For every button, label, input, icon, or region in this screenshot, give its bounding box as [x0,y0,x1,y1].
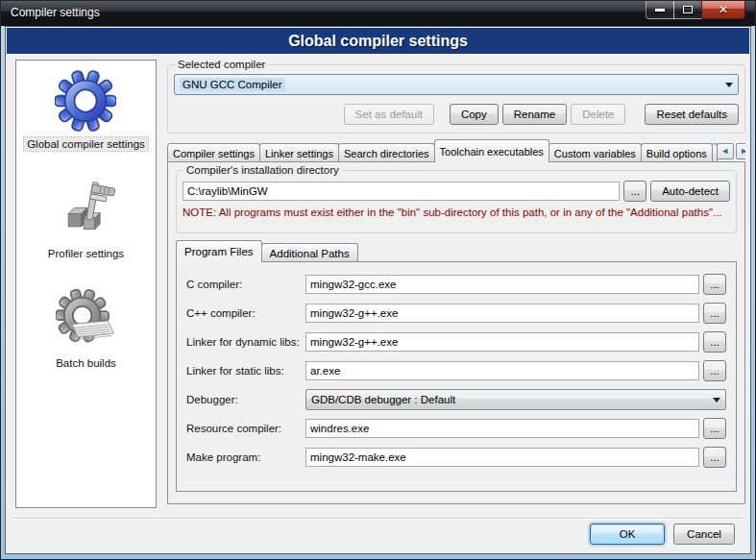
sidebar-item-profiler-settings[interactable]: Profiler settings [45,180,127,260]
debugger-label: Debugger: [186,394,305,405]
cpp-compiler-input[interactable] [305,304,699,323]
tab-scroll-left-button[interactable]: ◄ [717,143,734,159]
note-text: NOTE: All programs must exist either in … [183,207,730,218]
install-dir-group: Compiler's installation directory ... Au… [176,164,737,233]
compiler-select-value: GNU GCC Compiler [180,78,285,91]
chevron-down-icon [725,83,733,87]
footer-separator [12,518,744,520]
chevron-down-icon [713,398,720,402]
program-files-panel: C compiler:...C++ compiler:...Linker for… [176,261,737,492]
make-program-label: Make program: [186,451,305,463]
arrow-left-icon: ◄ [720,147,729,156]
set-as-default-button: Set as default [344,104,434,125]
subtabstrip: Program FilesAdditional Paths [176,240,357,262]
toolchain-row: Linker for dynamic libs:... [186,331,726,353]
install-dir-group-label: Compiler's installation directory [183,164,342,176]
reset-defaults-button[interactable]: Reset defaults [645,104,739,125]
compiler-action-buttons: Set as defaultCopyRenameDeleteReset defa… [172,104,741,125]
tab-build-options[interactable]: Build options [641,143,713,162]
browse-make-program-button[interactable]: ... [703,447,726,468]
maximize-button[interactable] [673,1,702,19]
compiler-settings-window: Compiler settings ✕ Global compiler sett… [0,0,756,560]
sidebar-item-label: Profiler settings [45,247,127,260]
tab-search-directories[interactable]: Search directories [338,143,435,162]
dialog-header: Global compiler settings [7,28,749,54]
tab-toolchain-executables[interactable]: Toolchain executables [434,139,549,162]
gear-blue-icon [55,70,116,132]
settings-category-list: Global compiler settingsProfiler setting… [15,60,157,508]
rename-button[interactable]: Rename [502,104,567,125]
toolchain-row: Debugger:GDB/CDB debugger : Default [186,389,726,410]
tab-compiler-settings[interactable]: Compiler settings [167,143,260,162]
browse-cpp-compiler-button[interactable]: ... [703,303,726,324]
linker-for-static-libs-label: Linker for static libs: [186,365,305,377]
tab-custom-variables[interactable]: Custom variables [549,143,642,162]
c-compiler-input[interactable] [305,275,699,294]
cancel-button[interactable]: Cancel [673,523,735,545]
toolchain-row: C compiler:... [186,274,726,295]
browse-install-dir-button[interactable]: ... [623,181,646,202]
tab-linker-settings[interactable]: Linker settings [259,143,339,162]
sidebar-item-global-compiler-settings[interactable]: Global compiler settings [24,70,148,151]
page-title: Global compiler settings [288,33,468,50]
gear-stack-icon [56,289,117,351]
toolchain-row: C++ compiler:... [186,303,726,324]
close-icon: ✕ [719,4,728,15]
close-button[interactable]: ✕ [701,1,745,19]
arrow-right-icon: ► [740,147,745,156]
maximize-icon [683,6,693,13]
tab-scroll-right-button[interactable]: ► [736,143,745,159]
tab-additional-paths[interactable]: Additional Paths [261,243,358,262]
footer: OK Cancel [6,523,750,545]
linker-for-dynamic-libs-input[interactable] [305,332,699,352]
linker-for-static-libs-input[interactable] [305,361,699,380]
install-dir-input[interactable] [183,182,620,201]
tab-program-files[interactable]: Program Files [176,240,262,262]
make-program-input[interactable] [305,448,699,467]
cpp-compiler-label: C++ compiler: [186,307,305,319]
window-controls: ✕ [646,1,745,19]
c-compiler-label: C compiler: [186,279,305,290]
toolchain-row: Resource compiler:... [186,418,726,439]
minimize-icon [655,9,665,12]
browse-linker-for-dynamic-libs-button[interactable]: ... [703,331,726,353]
ok-button[interactable]: OK [590,523,665,545]
toolchain-executables-panel: Compiler's installation directory ... Au… [167,161,745,504]
selected-compiler-group: Selected compiler GNU GCC Compiler Set a… [167,59,745,134]
window-title: Compiler settings [11,6,100,19]
sidebar-item-label: Global compiler settings [24,137,148,151]
linker-for-dynamic-libs-label: Linker for dynamic libs: [186,336,305,348]
titlebar[interactable]: Compiler settings ✕ [1,1,755,26]
browse-c-compiler-button[interactable]: ... [703,274,726,295]
compiler-select[interactable]: GNU GCC Compiler [174,74,739,95]
toolchain-row: Linker for static libs:... [186,360,726,381]
caliper-icon [55,180,116,241]
resource-compiler-label: Resource compiler: [186,423,305,434]
sidebar-item-batch-builds[interactable]: Batch builds [53,289,119,370]
autodetect-button[interactable]: Auto-detect [650,181,730,202]
selected-compiler-group-label: Selected compiler [175,59,268,70]
browse-linker-for-static-libs-button[interactable]: ... [703,360,726,381]
tab-scroll-buttons: ◄► [717,143,745,159]
copy-button[interactable]: Copy [450,104,499,125]
debugger-value: GDB/CDB debugger : Default [311,394,455,405]
dialog-client-area: Global compiler settings Global compiler… [5,26,751,554]
toolchain-row: Make program:... [186,447,726,468]
tabstrip: Compiler settingsLinker settingsSearch d… [167,139,745,162]
sidebar-item-label: Batch builds [53,356,119,370]
resource-compiler-input[interactable] [305,419,699,438]
install-dir-row: ... Auto-detect [183,181,730,202]
minimize-button[interactable] [646,1,674,19]
delete-button: Delete [571,104,625,125]
debugger-select[interactable]: GDB/CDB debugger : Default [305,389,726,410]
browse-resource-compiler-button[interactable]: ... [703,418,726,439]
